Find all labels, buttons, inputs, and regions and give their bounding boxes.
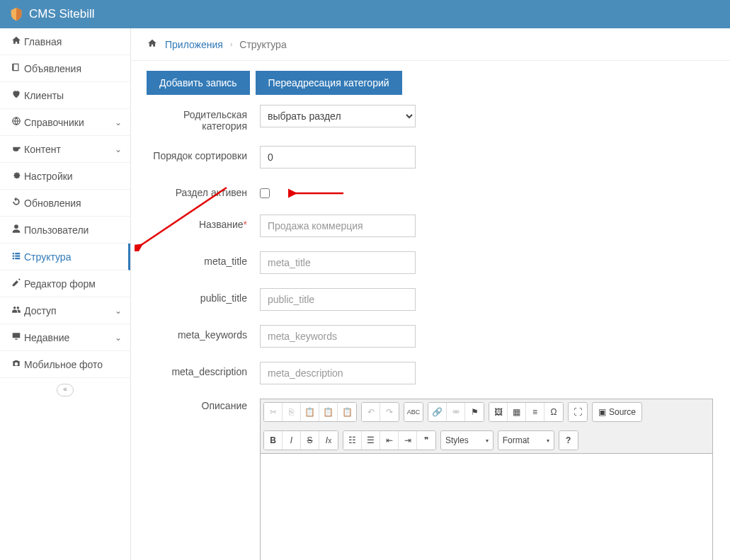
- sidebar-item-label: Контент: [24, 144, 115, 155]
- paste-word-icon[interactable]: 📋: [338, 403, 356, 421]
- checkbox-active[interactable]: [260, 188, 270, 198]
- list-icon: [8, 251, 24, 263]
- sidebar-item-desktop[interactable]: Недавние⌄: [0, 324, 130, 351]
- help-icon[interactable]: ?: [559, 431, 578, 450]
- sidebar-item-user[interactable]: Пользователи: [0, 217, 130, 244]
- sidebar-item-cog[interactable]: Настройки: [0, 163, 130, 190]
- sidebar: ГлавнаяОбъявленияКлиентыСправочники⌄Конт…: [0, 28, 131, 560]
- breadcrumb-sep: ›: [230, 40, 232, 48]
- globe-icon: [8, 116, 24, 128]
- sidebar-item-globe[interactable]: Справочники⌄: [0, 109, 130, 136]
- link-icon[interactable]: 🔗: [428, 403, 447, 421]
- brand-text: CMS Sitebill: [29, 7, 95, 21]
- sidebar-item-label: Клиенты: [24, 90, 122, 101]
- brand: CMS Sitebill: [8, 6, 95, 22]
- wysiwyg-editor: ✂ ⎘ 📋 📋 📋 ↶ ↷ ABC: [260, 399, 713, 560]
- cog-icon: [8, 170, 24, 182]
- sidebar-item-book[interactable]: Объявления: [0, 55, 130, 82]
- input-name[interactable]: [260, 215, 416, 237]
- undo-icon[interactable]: ↶: [362, 403, 380, 421]
- bulletlist-icon[interactable]: ☰: [362, 431, 380, 450]
- users-icon: [8, 304, 24, 316]
- sidebar-item-label: Структура: [24, 251, 120, 263]
- bold-icon[interactable]: B: [264, 431, 283, 450]
- input-meta-title[interactable]: [260, 251, 416, 274]
- label-sort: Порядок сортировки: [147, 146, 260, 161]
- input-public-title[interactable]: [260, 288, 416, 311]
- desktop-icon: [8, 331, 24, 343]
- label-parent: Родительская категория: [147, 105, 260, 132]
- sidebar-item-users[interactable]: Доступ⌄: [0, 297, 130, 324]
- sidebar-item-home[interactable]: Главная: [0, 28, 130, 55]
- sidebar-item-label: Редактор форм: [24, 278, 122, 290]
- topbar: CMS Sitebill: [0, 0, 730, 28]
- input-meta-description[interactable]: [260, 362, 416, 384]
- italic-icon[interactable]: I: [283, 431, 301, 450]
- label-public-title: public_title: [147, 288, 260, 304]
- label-meta-keywords: meta_keywords: [147, 325, 260, 341]
- paste-text-icon[interactable]: 📋: [319, 403, 338, 421]
- specialchar-icon[interactable]: Ω: [544, 403, 563, 421]
- removeformat-icon[interactable]: Ix: [319, 431, 338, 450]
- select-parent[interactable]: выбрать раздел: [260, 105, 416, 127]
- copy-icon[interactable]: ⎘: [283, 403, 301, 421]
- home-icon: [8, 35, 24, 47]
- anchor-icon[interactable]: ⚑: [465, 403, 484, 421]
- label-meta-description: meta_description: [147, 362, 260, 377]
- add-record-button[interactable]: Добавить запись: [147, 71, 250, 95]
- input-sort[interactable]: [260, 146, 416, 168]
- sidebar-item-label: Настройки: [24, 171, 122, 182]
- sidebar-item-label: Главная: [24, 36, 122, 47]
- sidebar-item-list[interactable]: Структура: [0, 244, 130, 270]
- sidebar-item-edit[interactable]: Редактор форм: [0, 270, 130, 297]
- logo-icon: [8, 6, 24, 22]
- breadcrumb-link[interactable]: Приложения: [165, 39, 223, 50]
- input-meta-keywords[interactable]: [260, 325, 416, 348]
- refresh-icon: [8, 197, 24, 209]
- content: Приложения › Структура Добавить запись П…: [131, 28, 730, 560]
- home-icon[interactable]: [147, 38, 158, 50]
- edit-icon: [8, 278, 24, 290]
- sidebar-item-label: Мобильное фото: [24, 359, 122, 370]
- table-icon[interactable]: ▦: [508, 403, 526, 421]
- label-meta-title: meta_title: [147, 251, 260, 267]
- annotation-arrow-1: [288, 187, 345, 200]
- redo-icon[interactable]: ↷: [380, 403, 399, 421]
- sidebar-item-camera[interactable]: Мобильное фото: [0, 351, 130, 378]
- maximize-icon[interactable]: ⛶: [569, 403, 587, 421]
- sidebar-item-label: Пользователи: [24, 224, 122, 236]
- source-button[interactable]: ▣ Source: [592, 402, 642, 422]
- button-row: Добавить запись Переадресация категорий: [147, 71, 714, 95]
- coffee-icon: [8, 143, 24, 155]
- chevron-down-icon: ⌄: [115, 118, 122, 127]
- sidebar-item-label: Объявления: [24, 63, 122, 74]
- chevron-down-icon: ⌄: [115, 306, 122, 316]
- spellcheck-icon[interactable]: ABC: [404, 403, 423, 421]
- user-icon: [8, 224, 24, 236]
- styles-select[interactable]: Styles▾: [440, 430, 494, 450]
- hr-icon[interactable]: ≡: [526, 403, 544, 421]
- image-icon[interactable]: 🖼: [489, 403, 508, 421]
- unlink-icon[interactable]: ⚮: [447, 403, 465, 421]
- format-select[interactable]: Format▾: [498, 430, 554, 450]
- sidebar-item-heart[interactable]: Клиенты: [0, 82, 130, 109]
- cut-icon[interactable]: ✂: [264, 403, 283, 421]
- blockquote-icon[interactable]: ❞: [417, 431, 435, 450]
- paste-icon[interactable]: 📋: [301, 403, 319, 421]
- sidebar-item-refresh[interactable]: Обновления: [0, 190, 130, 217]
- sidebar-item-coffee[interactable]: Контент⌄: [0, 136, 130, 163]
- breadcrumb: Приложения › Структура: [131, 28, 730, 61]
- source-icon: ▣: [598, 407, 606, 417]
- numlist-icon[interactable]: ☷: [343, 431, 362, 450]
- chevron-down-icon: ⌄: [115, 144, 122, 154]
- redirect-categories-button[interactable]: Переадресация категорий: [256, 71, 402, 95]
- strike-icon[interactable]: S: [301, 431, 319, 450]
- sidebar-item-label: Обновления: [24, 198, 122, 209]
- collapse-sidebar-button[interactable]: «: [0, 378, 130, 401]
- editor-body[interactable]: [261, 454, 712, 560]
- sidebar-item-label: Справочники: [24, 117, 115, 128]
- indent-icon[interactable]: ⇥: [399, 431, 417, 450]
- outdent-icon[interactable]: ⇤: [380, 431, 399, 450]
- heart-icon: [8, 89, 24, 101]
- chevron-down-icon: ⌄: [115, 333, 122, 343]
